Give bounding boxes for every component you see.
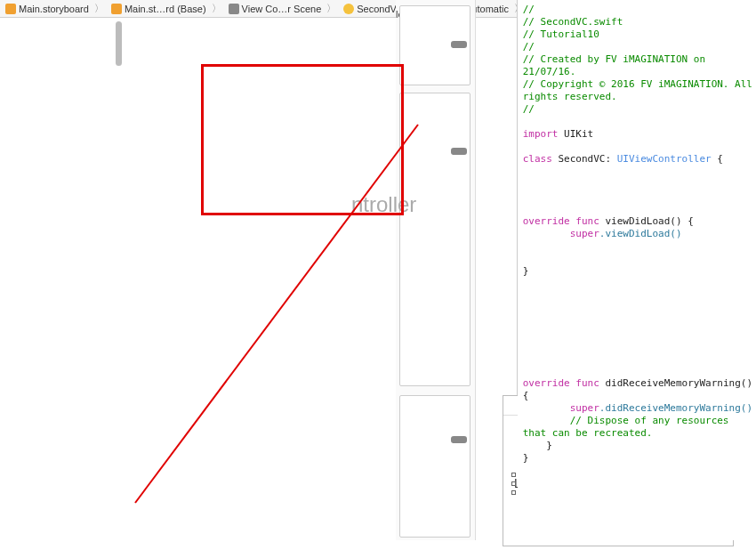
- crumb-main-storyboard-base[interactable]: Main.st…rd (Base): [106, 0, 210, 17]
- scene-thumbnail-part: [451, 436, 467, 443]
- storyboard-icon: [5, 4, 16, 14]
- code-line: [523, 290, 752, 303]
- code-line: class SecondVC: UIViewController {: [523, 153, 752, 166]
- code-line: //: [523, 103, 752, 116]
- code-line: }: [523, 440, 752, 452]
- svg-line-0: [135, 125, 418, 503]
- code-line: }: [523, 265, 752, 278]
- code-line: override func viewDidLoad() {: [523, 215, 752, 228]
- outline-truncated-text: ntroller: [351, 192, 416, 217]
- code-line: [523, 166, 752, 178]
- code-line: //: [523, 41, 752, 53]
- breadcrumb-left: Main.storyboard 〉 Main.st…rd (Base) 〉 Vi…: [0, 0, 396, 18]
- code-line: //: [523, 4, 752, 16]
- code-line: [523, 303, 752, 315]
- code-line: // SecondVC.swift: [523, 16, 752, 28]
- scene-thumbnail[interactable]: [399, 395, 470, 538]
- crumb-sep: 〉: [325, 2, 338, 15]
- code-line: [523, 328, 752, 340]
- code-line: [523, 278, 752, 290]
- code-line: [523, 190, 752, 203]
- scene-icon: [229, 4, 239, 14]
- vertical-scrollbar[interactable]: [116, 21, 122, 66]
- code-line: [523, 116, 752, 128]
- selection-handle[interactable]: [511, 490, 516, 495]
- code-line: // Created by FV iMAGINATION on 21/07/16…: [523, 53, 752, 78]
- code-line: import UIKit: [523, 128, 752, 141]
- crumb-main-storyboard[interactable]: Main.storyboard: [0, 0, 92, 17]
- code-line: // Tutorial10: [523, 28, 752, 41]
- code-line: // Copyright © 2016 FV iMAGINATION. All …: [523, 78, 752, 103]
- code-editor-pane[interactable]: // // SecondVC.swift // Tutorial10 // //…: [518, 0, 756, 540]
- code-line: [523, 141, 752, 153]
- storyboard-icon: [111, 4, 122, 14]
- document-outline[interactable]: ler ntroller: [396, 0, 476, 540]
- crumb-scene[interactable]: View Co…r Scene: [223, 0, 326, 17]
- code-line: [523, 253, 752, 265]
- selection-handle[interactable]: [511, 481, 516, 486]
- code-line: super.didReceiveMemoryWarning(): [523, 402, 752, 415]
- code-line: [523, 315, 752, 328]
- code-line: [523, 340, 752, 352]
- interface-builder-pane[interactable]: ler ntroller Label: [396, 0, 518, 540]
- scene-thumbnail-part: [451, 148, 467, 155]
- viewcontroller-icon: [343, 4, 354, 14]
- code-line: [523, 240, 752, 253]
- code-line: [523, 203, 752, 215]
- code-line: // Dispose of any resources that can be …: [523, 415, 752, 440]
- code-line: [523, 365, 752, 377]
- code-line: }: [523, 452, 752, 465]
- crumb-sep: 〉: [210, 2, 223, 15]
- scene-thumbnail[interactable]: [399, 93, 470, 386]
- crumb-sep: 〉: [92, 2, 106, 15]
- code-line: [523, 178, 752, 190]
- scene-thumbnail-part: [451, 41, 467, 48]
- code-line: super.viewDidLoad(): [523, 228, 752, 240]
- code-line: [523, 352, 752, 365]
- selection-handle[interactable]: [511, 473, 516, 477]
- code-line: override func didReceiveMemoryWarning() …: [523, 377, 752, 402]
